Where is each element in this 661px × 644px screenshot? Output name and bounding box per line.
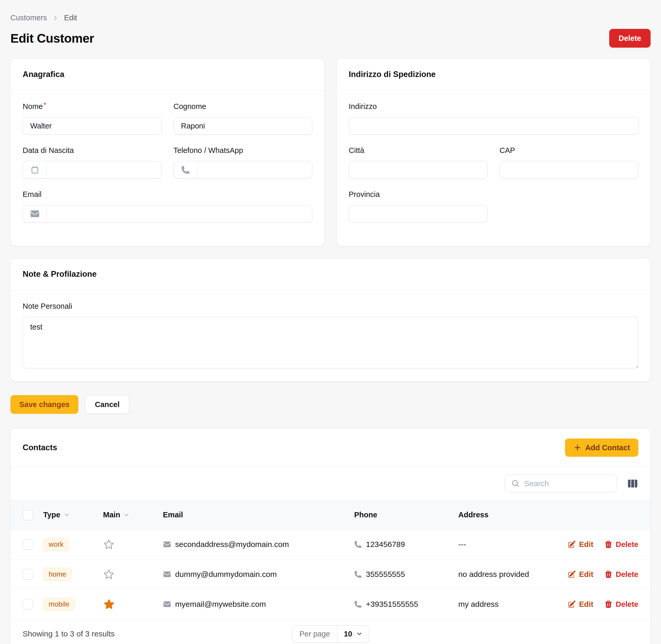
phone-icon	[354, 540, 362, 548]
anagrafica-header: Anagrafica	[11, 59, 324, 90]
title-row: Edit Customer Delete	[10, 29, 651, 48]
cap-label: CAP	[500, 146, 639, 155]
spedizione-card: Indirizzo di Spedizione Indirizzo Città …	[336, 59, 651, 246]
note-personali-label: Note Personali	[23, 302, 638, 310]
contact-email: secondaddress@mydomain.com	[175, 540, 289, 549]
row-checkbox[interactable]	[23, 569, 33, 579]
breadcrumb: Customers Edit	[10, 14, 651, 22]
spedizione-header: Indirizzo di Spedizione	[337, 59, 650, 90]
chevron-down-icon	[356, 630, 362, 637]
contact-phone: +39351555555	[366, 600, 418, 608]
email-field: Email	[23, 190, 312, 223]
cap-input[interactable]	[500, 161, 639, 179]
note-card: Note & Profilazione Note Personali test	[10, 258, 651, 382]
star-outline-icon	[103, 569, 163, 580]
spedizione-body: Indirizzo Città CAP Provincia	[337, 90, 650, 246]
column-header-type[interactable]: Type	[43, 501, 103, 530]
citta-field: Città	[349, 146, 488, 179]
nome-label: Nome*	[23, 102, 161, 111]
contacts-card: Contacts Add Contact	[10, 429, 651, 644]
citta-label: Città	[349, 146, 488, 155]
row-checkbox[interactable]	[23, 539, 33, 550]
form-cards: Anagrafica Nome* Cognome	[10, 59, 651, 246]
form-actions: Save changes Cancel	[10, 395, 651, 414]
column-toggle-button[interactable]	[627, 478, 638, 489]
note-body: Note Personali test	[11, 290, 650, 381]
data-nascita-field: Data di Nascita	[23, 146, 161, 179]
table-row: work secondaddress@mydomain.com 12345678…	[11, 530, 650, 559]
indirizzo-input[interactable]	[349, 117, 638, 135]
contacts-table-header: Type Main Email Phone Address	[11, 501, 650, 530]
type-badge: mobile	[43, 598, 75, 611]
plus-icon	[573, 443, 581, 452]
delete-contact-button[interactable]: Delete	[604, 540, 638, 549]
per-page-select[interactable]: 10	[337, 625, 369, 642]
provincia-field: Provincia	[349, 190, 488, 223]
telefono-field: Telefono / WhatsApp	[174, 146, 312, 190]
contacts-footer: Showing 1 to 3 of 3 results Per page 10	[11, 619, 650, 644]
edit-contact-button[interactable]: Edit	[568, 540, 593, 549]
chevron-down-icon	[64, 512, 70, 518]
data-nascita-input[interactable]	[47, 161, 161, 179]
phone-icon	[354, 570, 362, 578]
contacts-search-input[interactable]	[524, 479, 624, 488]
contact-email: myemail@mywebsite.com	[175, 600, 266, 608]
trash-icon	[604, 540, 613, 549]
trash-icon	[604, 570, 613, 578]
pencil-square-icon	[568, 540, 576, 549]
column-header-phone: Phone	[354, 501, 458, 530]
per-page-label: Per page	[292, 625, 338, 642]
table-row: home dummy@dummydomain.com 355555555 no …	[11, 559, 650, 590]
select-all-checkbox[interactable]	[23, 510, 33, 520]
phone-icon	[174, 161, 198, 179]
chevron-right-icon	[52, 15, 58, 21]
pencil-square-icon	[568, 600, 576, 608]
envelope-icon	[163, 570, 171, 578]
anagrafica-body: Nome* Cognome Data di Nascita	[11, 90, 324, 235]
email-input[interactable]	[47, 205, 312, 222]
results-summary: Showing 1 to 3 of 3 results	[23, 629, 115, 638]
calendar-icon	[23, 161, 47, 179]
required-asterisk: *	[43, 102, 46, 111]
contact-address: no address provided	[458, 570, 529, 578]
search-icon	[511, 479, 520, 488]
note-header: Note & Profilazione	[11, 258, 650, 290]
edit-contact-button[interactable]: Edit	[568, 600, 593, 608]
indirizzo-label: Indirizzo	[349, 102, 638, 111]
breadcrumb-edit: Edit	[64, 14, 77, 22]
trash-icon	[604, 600, 613, 608]
citta-input[interactable]	[349, 161, 488, 179]
breadcrumb-customers[interactable]: Customers	[10, 14, 47, 22]
contacts-search[interactable]	[505, 475, 617, 492]
pencil-square-icon	[568, 570, 576, 578]
chevron-down-icon	[123, 512, 130, 518]
row-checkbox[interactable]	[23, 599, 33, 610]
add-contact-button[interactable]: Add Contact	[565, 439, 638, 457]
edit-contact-button[interactable]: Edit	[568, 570, 593, 579]
delete-customer-button[interactable]: Delete	[609, 29, 651, 48]
cognome-input[interactable]	[174, 117, 312, 135]
type-badge: work	[43, 538, 69, 551]
provincia-input[interactable]	[349, 205, 488, 223]
cancel-button[interactable]: Cancel	[85, 395, 129, 414]
envelope-icon	[163, 600, 171, 608]
save-changes-button[interactable]: Save changes	[10, 395, 78, 414]
delete-contact-button[interactable]: Delete	[604, 570, 638, 579]
contacts-table: Type Main Email Phone Address	[11, 500, 650, 619]
column-header-email: Email	[163, 501, 354, 530]
cognome-label: Cognome	[174, 102, 312, 111]
telefono-input[interactable]	[198, 161, 312, 179]
column-header-main[interactable]: Main	[103, 501, 163, 530]
note-personali-textarea[interactable]: test	[23, 317, 638, 368]
envelope-icon	[163, 540, 171, 549]
contact-email: dummy@dummydomain.com	[175, 570, 277, 579]
contact-phone: 123456789	[366, 540, 405, 549]
indirizzo-field: Indirizzo	[349, 102, 638, 135]
type-badge: home	[43, 568, 72, 581]
contacts-title: Contacts	[23, 443, 57, 452]
delete-contact-button[interactable]: Delete	[604, 600, 638, 608]
page-title: Edit Customer	[10, 31, 94, 46]
nome-input[interactable]	[23, 117, 161, 135]
per-page-control: Per page 10	[292, 625, 369, 642]
spedizione-title: Indirizzo di Spedizione	[349, 70, 638, 79]
